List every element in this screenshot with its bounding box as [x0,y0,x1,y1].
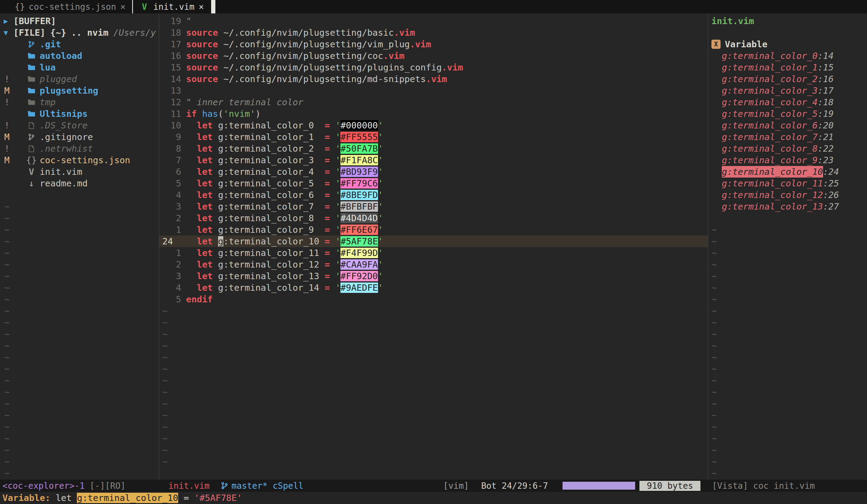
statusline-vista-segment: [Vista] coc init.vim [708,480,867,492]
git-status-marker: M [0,131,13,143]
line-number: 24 [159,236,181,247]
vista-entry-name: g:terminal_color_11 [722,178,823,189]
editor-line[interactable]: 6 let g:terminal_color_4 = '#BD93F9' [159,166,708,178]
editor-line[interactable]: 10 let g:terminal_color_0 = '#000000' [159,120,708,131]
vista-entry[interactable]: g:terminal_color_8:22 [708,143,867,154]
tilde: ~ [0,305,159,317]
close-icon[interactable]: × [199,2,204,12]
line-number: 3 [159,270,181,282]
vista-entry-name: g:terminal_color_7 [722,131,817,143]
vista-entry-line: :20 [817,120,833,131]
tab-init.vim[interactable]: Vinit.vim× [133,0,211,13]
editor-line[interactable]: 1 let g:terminal_color_11 = '#F4F99D' [159,247,708,259]
chevron-down-icon[interactable]: ▼ [0,27,13,39]
vista-entry[interactable]: g:terminal_color_4:18 [708,96,867,108]
chevron-right-icon[interactable]: ▶ [0,15,13,27]
line-number: 3 [159,201,181,212]
editor-line[interactable]: 16source ~/.config/nvim/plugsetting/coc.… [159,50,708,62]
editor-line[interactable]: 1 let g:terminal_color_9 = '#FF6E67' [159,224,708,236]
line-number: 19 [159,15,181,27]
explorer-row[interactable]: !tmp [0,96,159,108]
folder-icon [27,87,36,94]
vista-entry-line: :21 [817,131,833,143]
vista-entry-line: :15 [817,62,833,73]
editor-line[interactable]: 18source ~/.config/nvim/plugsetting/basi… [159,27,708,39]
explorer-row[interactable]: .git [0,39,159,50]
tilde: ~ [159,340,708,352]
cmdline-value: '#5AF78E' [194,493,242,503]
explorer-row[interactable]: M.gitignore [0,131,159,143]
explorer-row[interactable]: !plugged [0,73,159,85]
editor-line[interactable]: 11if has('nvim') [159,108,708,120]
vim-icon: V [140,2,149,12]
tab-coc-settings.json[interactable]: {}coc-settings.json× [9,0,132,13]
vista-entry-line: :24 [823,166,839,178]
editor-line[interactable]: 3 let g:terminal_color_7 = '#BFBFBF' [159,201,708,212]
editor-line[interactable]: 3 let g:terminal_color_13 = '#FF92D0' [159,270,708,282]
tilde: ~ [159,444,708,456]
explorer-row[interactable]: ↓readme.md [0,178,159,189]
vista-entry-name: g:terminal_color_13 [722,201,823,212]
explorer-item-label: lua [40,62,55,73]
explorer-row[interactable]: Mplugsetting [0,85,159,96]
code-text: let g:terminal_color_5 = '#FF79C6' [186,178,383,189]
vista-entry[interactable]: g:terminal_color_9:23 [708,154,867,166]
editor-line[interactable]: 13 [159,85,708,96]
explorer-row[interactable]: lua [0,62,159,73]
line-number: 1 [159,247,181,259]
line-number: 7 [159,154,181,166]
vista-entry[interactable]: g:terminal_color_1:15 [708,62,867,73]
vista-entry-line: :22 [817,143,833,154]
code-text: " [186,15,191,27]
vista-entry[interactable]: g:terminal_color_0:14 [708,50,867,62]
vista-entry[interactable]: g:terminal_color_10:24 [708,166,867,178]
vista-entry-name: g:terminal_color_4 [722,96,817,108]
explorer-row[interactable]: M{}coc-settings.json [0,154,159,166]
line-number: 5 [159,178,181,189]
vista-entry[interactable]: g:terminal_color_11:25 [708,178,867,189]
git-status-marker: ! [0,120,13,131]
vista-entry[interactable]: g:terminal_color_5:19 [708,108,867,120]
vista-entry[interactable]: g:terminal_color_3:17 [708,85,867,96]
editor-line[interactable]: 4 let g:terminal_color_6 = '#8BE9FD' [159,189,708,201]
statusline-explorer-segment: <coc-explorer>-1 [-][RO] [0,480,159,492]
vista-kind-row[interactable]: XVariable [708,39,867,50]
explorer-row[interactable]: !.netrwhist [0,143,159,154]
explorer-row[interactable]: Ultisnips [0,108,159,120]
code-text: let g:terminal_color_11 = '#F4F99D' [186,247,383,259]
vim-icon: V [27,166,36,178]
explorer-row[interactable]: ▶[BUFFER] [0,15,159,27]
close-icon[interactable]: × [120,2,126,12]
editor-line[interactable]: 5endif [159,293,708,305]
vista-entry[interactable]: g:terminal_color_7:21 [708,131,867,143]
vista-entry[interactable]: g:terminal_color_6:20 [708,120,867,131]
folder-icon [27,64,36,71]
explorer-row[interactable]: !.DS_Store [0,120,159,131]
vista-title: init.vim [711,15,754,27]
editor-line[interactable]: 2 let g:terminal_color_12 = '#CAA9FA' [159,259,708,270]
tilde: ~ [0,363,159,375]
editor-line[interactable]: 15source ~/.config/nvim/plugsetting/plug… [159,62,708,73]
explorer-row[interactable]: autoload [0,50,159,62]
file-icon [27,122,36,129]
editor-line[interactable]: 17source ~/.config/nvim/plugsetting/vim_… [159,39,708,50]
editor-line[interactable]: 24 let g:terminal_color_10 = '#5AF78E' [159,236,708,247]
editor-line[interactable]: 9 let g:terminal_color_1 = '#FF5555' [159,131,708,143]
editor-line[interactable]: 4 let g:terminal_color_14 = '#9AEDFE' [159,282,708,293]
tilde: ~ [159,305,708,317]
vista-entry[interactable]: g:terminal_color_13:27 [708,201,867,212]
explorer-row[interactable]: Vinit.vim [0,166,159,178]
editor-line[interactable]: 2 let g:terminal_color_8 = '#4D4D4D' [159,212,708,224]
vista-entry[interactable]: g:terminal_color_12:26 [708,189,867,201]
vista-entry[interactable]: g:terminal_color_2:16 [708,73,867,85]
branch-icon [27,133,36,141]
vista-entry-line: :17 [817,85,833,96]
editor-line[interactable]: 19" [159,15,708,27]
tilde: ~ [708,305,867,317]
editor-line[interactable]: 14source ~/.config/nvim/plugsetting/md-s… [159,73,708,85]
editor-line[interactable]: 12" inner terminal color [159,96,708,108]
editor-line[interactable]: 7 let g:terminal_color_3 = '#F1FA8C' [159,154,708,166]
editor-line[interactable]: 8 let g:terminal_color_2 = '#50FA7B' [159,143,708,154]
explorer-row[interactable]: ▼[FILE]{~}.. nvim/Users/y [0,27,159,39]
editor-line[interactable]: 5 let g:terminal_color_5 = '#FF79C6' [159,178,708,189]
